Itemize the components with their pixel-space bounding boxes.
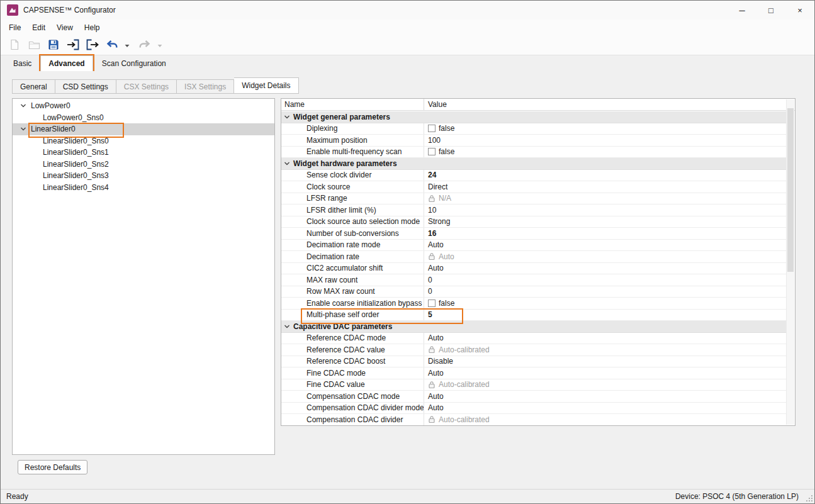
property-row-row-max-raw-count[interactable]: Row MAX raw count0: [281, 286, 786, 298]
export-button[interactable]: [84, 37, 101, 53]
property-row-fine-cdac-value[interactable]: Fine CDAC valueAuto-calibrated: [281, 379, 786, 391]
property-value[interactable]: false: [424, 123, 786, 135]
tree-item-linearslider0-sns4[interactable]: LinearSlider0_Sns4: [13, 182, 274, 194]
property-row-enable-multi-frequency-scan[interactable]: Enable multi-frequency scanfalse: [281, 147, 786, 159]
property-row-sense-clock-divider[interactable]: Sense clock divider24: [281, 170, 786, 182]
property-value[interactable]: Auto-calibrated: [424, 344, 786, 356]
restore-defaults-button[interactable]: Restore Defaults: [18, 460, 87, 474]
section-widget-general-parameters[interactable]: Widget general parameters: [281, 111, 786, 123]
expander-chevron-down-icon[interactable]: [20, 126, 28, 132]
expander-chevron-down-icon[interactable]: [284, 114, 290, 120]
undo-dropdown-caret[interactable]: [123, 37, 131, 53]
section-widget-hardware-parameters[interactable]: Widget hardware parameters: [281, 158, 786, 170]
property-value[interactable]: Strong: [424, 216, 786, 228]
property-value[interactable]: 0: [424, 274, 786, 286]
tree-item-linearslider0-sns0[interactable]: LinearSlider0_Sns0: [13, 135, 274, 147]
property-row-max-raw-count[interactable]: MAX raw count0: [281, 274, 786, 286]
property-name: Diplexing: [281, 123, 424, 135]
scrollbar-thumb[interactable]: [787, 108, 794, 272]
tree-item-lowpower0-sns0[interactable]: LowPower0_Sns0: [13, 112, 274, 124]
menu-help[interactable]: Help: [79, 21, 106, 35]
maximize-button[interactable]: □: [756, 1, 785, 20]
value-text: 100: [428, 136, 441, 145]
property-row-compensation-cdac-mode[interactable]: Compensation CDAC modeAuto: [281, 391, 786, 403]
property-row-multi-phase-self-order[interactable]: Multi-phase self order5: [281, 310, 786, 322]
tree-item-label: LinearSlider0_Sns4: [43, 183, 109, 192]
minimize-button[interactable]: ─: [728, 1, 756, 20]
lock-icon: [428, 381, 436, 389]
subtab-csd-settings[interactable]: CSD Settings: [55, 79, 116, 94]
property-row-decimation-rate-mode[interactable]: Decimation rate modeAuto: [281, 240, 786, 252]
property-name: Row MAX raw count: [281, 286, 424, 298]
property-value[interactable]: Auto: [424, 403, 786, 414]
property-row-clock-source[interactable]: Clock sourceDirect: [281, 181, 786, 193]
property-row-compensation-cdac-divider[interactable]: Compensation CDAC dividerAuto-calibrated: [281, 414, 786, 425]
property-value[interactable]: Disable: [424, 356, 786, 367]
tab-basic[interactable]: Basic: [6, 56, 39, 71]
checkbox-unchecked-icon[interactable]: [428, 125, 436, 132]
import-button[interactable]: [64, 37, 82, 53]
vertical-scrollbar[interactable]: [786, 99, 794, 425]
subtab-widget-details[interactable]: Widget Details: [234, 77, 298, 94]
property-value[interactable]: 10: [424, 204, 786, 216]
property-row-reference-cdac-value[interactable]: Reference CDAC valueAuto-calibrated: [281, 344, 786, 356]
property-value[interactable]: 0: [424, 286, 786, 298]
property-row-number-of-sub-conversions[interactable]: Number of sub-conversions16: [281, 228, 786, 240]
property-row-maximum-position[interactable]: Maximum position100: [281, 135, 786, 147]
property-value[interactable]: false: [424, 147, 786, 158]
save-button[interactable]: [45, 37, 62, 53]
property-row-lfsr-range[interactable]: LFSR rangeN/A: [281, 193, 786, 205]
menu-file[interactable]: File: [3, 21, 26, 35]
property-value[interactable]: Auto: [424, 333, 786, 344]
property-row-cic2-accumulator-shift[interactable]: CIC2 accumulator shiftAuto: [281, 263, 786, 275]
property-value[interactable]: Direct: [424, 181, 786, 193]
tree-item-linearslider0-sns3[interactable]: LinearSlider0_Sns3: [13, 170, 274, 182]
tab-scan-configuration[interactable]: Scan Configuration: [94, 56, 174, 71]
section-capacitive-dac-parameters[interactable]: Capacitive DAC parameters: [281, 321, 786, 333]
property-value[interactable]: N/A: [424, 193, 786, 204]
section-label: Widget hardware parameters: [293, 159, 397, 168]
property-value[interactable]: Auto: [424, 391, 786, 402]
property-name: Enable coarse initialization bypass: [281, 298, 424, 309]
property-row-diplexing[interactable]: Diplexingfalse: [281, 123, 786, 135]
property-value[interactable]: 100: [424, 135, 786, 146]
property-row-enable-coarse-initialization-bypass[interactable]: Enable coarse initialization bypassfalse: [281, 298, 786, 310]
expander-chevron-down-icon[interactable]: [20, 103, 28, 109]
resize-grip[interactable]: [806, 495, 813, 502]
tree-item-linearslider0-sns2[interactable]: LinearSlider0_Sns2: [13, 159, 274, 171]
undo-button[interactable]: [103, 37, 121, 53]
expander-chevron-down-icon[interactable]: [284, 323, 290, 330]
property-row-compensation-cdac-divider-mode[interactable]: Compensation CDAC divider modeAuto: [281, 403, 786, 415]
property-value[interactable]: Auto: [424, 263, 786, 274]
property-value[interactable]: Auto-calibrated: [424, 379, 786, 391]
tree-item-linearslider0-sns1[interactable]: LinearSlider0_Sns1: [13, 147, 274, 159]
expander-chevron-down-icon[interactable]: [284, 160, 290, 167]
property-value[interactable]: false: [424, 298, 786, 309]
property-row-lfsr-dither-limit[interactable]: LFSR dither limit (%)10: [281, 204, 786, 216]
menu-edit[interactable]: Edit: [26, 21, 51, 35]
menu-bar: FileEditViewHelp: [1, 20, 814, 36]
checkbox-unchecked-icon[interactable]: [428, 300, 436, 307]
tree-item-lowpower0[interactable]: LowPower0: [13, 100, 274, 112]
property-value[interactable]: Auto: [424, 240, 786, 251]
section-label: Capacitive DAC parameters: [293, 322, 392, 331]
property-row-fine-cdac-mode[interactable]: Fine CDAC modeAuto: [281, 367, 786, 379]
property-value[interactable]: 16: [424, 228, 786, 239]
property-row-decimation-rate[interactable]: Decimation rateAuto: [281, 251, 786, 263]
property-value[interactable]: Auto-calibrated: [424, 414, 786, 425]
checkbox-unchecked-icon[interactable]: [428, 148, 436, 155]
subtab-general[interactable]: General: [12, 79, 55, 94]
property-row-clock-source-auto-selection-mode[interactable]: Clock source auto selection modeStrong: [281, 216, 786, 228]
property-value[interactable]: 5: [424, 310, 786, 321]
tree-item-label: LinearSlider0_Sns0: [43, 137, 109, 145]
tree-item-linearslider0[interactable]: LinearSlider0: [13, 123, 274, 135]
property-row-reference-cdac-boost[interactable]: Reference CDAC boostDisable: [281, 356, 786, 368]
property-value[interactable]: Auto: [424, 367, 786, 379]
property-value[interactable]: Auto: [424, 251, 786, 262]
property-row-reference-cdac-mode[interactable]: Reference CDAC modeAuto: [281, 333, 786, 345]
close-button[interactable]: ×: [785, 1, 814, 20]
tab-advanced[interactable]: Advanced: [40, 55, 93, 71]
property-value[interactable]: 24: [424, 170, 786, 181]
property-name: CIC2 accumulator shift: [281, 263, 424, 274]
menu-view[interactable]: View: [51, 21, 79, 35]
